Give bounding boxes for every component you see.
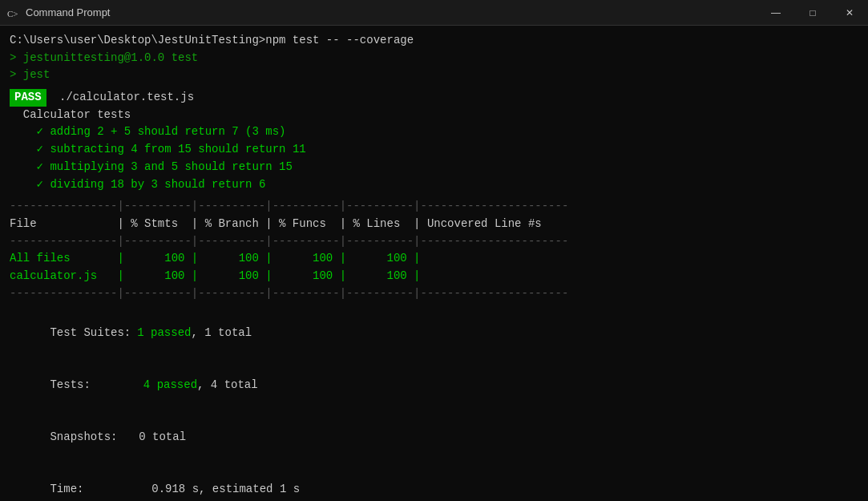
- tests-line: Tests: 4 passed, 4 total: [10, 359, 858, 411]
- table-header: File | % Stmts | % Branch | % Funcs | % …: [10, 216, 858, 233]
- tests-total: , 4 total: [197, 378, 258, 391]
- title-bar: C> Command Prompt — □ ✕: [0, 0, 868, 26]
- npm-line1: > jestunittesting@1.0.0 test: [10, 50, 858, 67]
- test-2: ✓ subtracting 4 from 15 should return 11: [10, 141, 858, 159]
- pass-badge: PASS: [10, 89, 46, 107]
- command-line: C:\Users\user\Desktop\JestUnitTesting>np…: [10, 32, 858, 50]
- suites-label: Test Suites:: [50, 326, 131, 339]
- suites-passed-count: 1 passed: [137, 326, 191, 339]
- pass-line: PASS ./calculator.test.js: [10, 89, 858, 107]
- time-value: 0.918 s, estimated 1 s: [151, 483, 300, 495]
- test-file: ./calculator.test.js: [53, 89, 194, 107]
- time-label: Time:: [50, 483, 131, 495]
- window-controls: — □ ✕: [757, 0, 868, 26]
- time-line: Time: 0.918 s, estimated 1 s: [10, 464, 858, 502]
- divider1: ----------------|----------|----------|-…: [10, 198, 858, 216]
- close-button[interactable]: ✕: [831, 0, 868, 26]
- snapshots-line: Snapshots: 0 total: [10, 411, 858, 463]
- divider2: ----------------|----------|----------|-…: [10, 233, 858, 251]
- tests-passed-count: 4 passed: [143, 378, 197, 391]
- suites-passed: 1 passed, 1 total: [137, 326, 252, 339]
- test-4: ✓ dividing 18 by 3 should return 6: [10, 176, 858, 194]
- svg-text:C>: C>: [7, 9, 18, 18]
- npm-line2: > jest: [10, 67, 858, 84]
- test-3: ✓ multiplying 3 and 5 should return 15: [10, 159, 858, 176]
- suites-total: , 1 total: [191, 326, 252, 339]
- window-title: Command Prompt: [26, 6, 110, 18]
- snapshots-value: 0 total: [139, 430, 186, 443]
- snapshots-label: Snapshots:: [50, 430, 131, 443]
- maximize-button[interactable]: □: [794, 0, 831, 26]
- terminal-body[interactable]: C:\Users\user\Desktop\JestUnitTesting>np…: [0, 26, 868, 501]
- suite-name: Calculator tests: [10, 107, 858, 124]
- tests-label: Tests:: [50, 378, 123, 391]
- title-bar-left: C> Command Prompt: [6, 6, 110, 19]
- tests-result: 4 passed, 4 total: [143, 378, 258, 391]
- cmd-window: C> Command Prompt — □ ✕ C:\Users\user\De…: [0, 0, 868, 501]
- calculator-row: calculator.js | 100 | 100 | 100 | 100 |: [10, 268, 858, 285]
- suites-line: Test Suites:1 passed, 1 total: [10, 307, 858, 359]
- divider3: ----------------|----------|----------|-…: [10, 285, 858, 303]
- cmd-icon: C>: [6, 6, 19, 19]
- minimize-button[interactable]: —: [757, 0, 794, 26]
- all-files-row: All files | 100 | 100 | 100 | 100 |: [10, 250, 858, 268]
- test-1: ✓ adding 2 + 5 should return 7 (3 ms): [10, 123, 858, 141]
